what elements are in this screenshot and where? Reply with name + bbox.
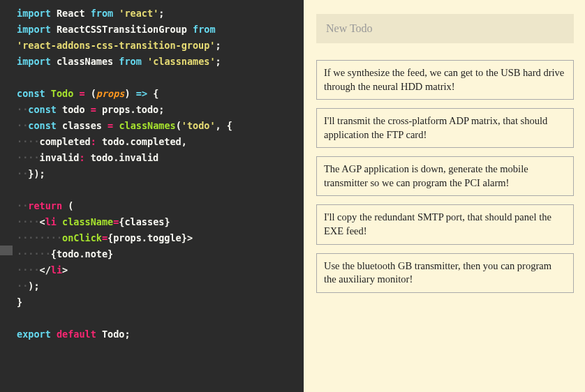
code-token: }); [28,168,45,179]
code-line[interactable]: ··}); [17,166,298,182]
code-token [102,120,108,131]
code-token: const [28,120,57,131]
code-token: } [17,296,22,308]
code-token: = [108,120,113,131]
code-token: ReactCSSTransitionGroup [57,24,187,35]
code-token: ; [158,8,164,19]
todo-preview-pane: If we synthesize the feed, we can get to… [304,0,585,392]
code-token [51,329,57,340]
code-token: completed [40,136,91,147]
code-token: 'react' [119,8,158,19]
code-token: 'react-addons-css-transition-group' [17,40,215,51]
code-line[interactable]: ··); [17,278,298,294]
code-token: ( [176,120,182,131]
code-token [57,216,62,227]
code-token: import [17,8,51,19]
code-line[interactable]: export default Todo; [17,326,298,342]
code-line[interactable]: ····</li> [17,262,298,278]
code-line[interactable]: ····invalid: todo.invalid [17,150,298,166]
code-token: : [91,136,96,147]
code-token: ( [62,200,73,211]
todo-item[interactable]: I'll copy the redundant SMTP port, that … [316,204,574,244]
code-token: = [91,104,96,115]
code-token: props.todo; [96,104,165,115]
code-token: default [57,329,96,340]
code-token: from [193,24,216,35]
code-line[interactable]: 'react-addons-css-transition-group'; [17,38,298,54]
code-token: ); [28,280,39,292]
code-token [57,120,62,131]
code-line[interactable]: import ReactCSSTransitionGroup from [17,22,298,38]
code-token: ······ [17,248,51,259]
todo-item[interactable]: The AGP application is down, generate th… [316,156,574,196]
code-token: props [96,88,125,99]
code-token: ·· [17,104,28,115]
todo-list: If we synthesize the feed, we can get to… [316,60,574,293]
todo-item[interactable]: Use the bluetooth GB transmitter, then y… [316,253,574,293]
new-todo-input[interactable] [316,14,574,43]
code-token: todo [62,104,85,115]
code-token: ·· [17,200,28,211]
gutter-highlight-mark [0,246,13,255]
code-token: </ [40,264,51,276]
code-token: Todo [51,88,74,99]
code-token: invalid [40,152,80,163]
todo-item[interactable]: I'll transmit the cross-platform ADP mat… [316,108,574,148]
code-line[interactable]: ··const todo = props.todo; [17,102,298,118]
code-token: ·· [17,280,28,292]
code-token: React [57,8,85,19]
code-token: import [17,56,51,67]
code-token: return [28,200,62,211]
code-token: ···· [17,136,40,147]
code-token [45,88,51,99]
code-token: Todo; [102,329,131,340]
code-line[interactable]: import React from 'react'; [17,6,298,22]
code-token: className [62,216,113,227]
code-token: ···· [17,152,40,163]
code-line[interactable]: import classNames from 'classnames'; [17,54,298,70]
code-token: 'classnames' [147,56,216,67]
code-token [51,56,57,67]
code-line[interactable] [17,310,298,326]
code-token: ·· [17,120,28,131]
code-token: ·· [17,168,28,179]
code-token: classNames [119,120,175,131]
code-token [142,56,147,67]
code-token: ···· [17,264,40,276]
code-line[interactable]: ········onClick={props.toggle}> [17,230,298,246]
code-token: , { [216,120,232,131]
code-token: < [40,216,45,227]
code-line[interactable]: ······{todo.note} [17,246,298,262]
code-line[interactable]: ····<li className={classes} [17,214,298,230]
code-token: ···· [17,216,40,227]
code-line[interactable] [17,182,298,198]
code-token: classNames [57,56,113,67]
code-line[interactable]: ··return ( [17,198,298,214]
code-line[interactable]: } [17,294,298,310]
code-token: > [62,264,68,276]
code-token [85,104,91,115]
code-token [96,329,102,340]
code-token: todo.invalid [85,152,159,163]
code-token [51,24,57,35]
code-token: => [136,88,147,99]
code-token: = [102,232,108,243]
code-token [57,104,62,115]
code-token: li [45,216,57,227]
code-token: {todo.note} [51,248,113,259]
code-token: li [51,264,62,276]
code-token: export [17,329,51,340]
code-line[interactable] [17,70,298,86]
code-content[interactable]: import React from 'react';import ReactCS… [0,6,304,342]
code-line[interactable]: const Todo = (props) => { [17,86,298,102]
code-token: > [187,232,193,243]
code-line[interactable]: ····completed: todo.completed, [17,134,298,150]
todo-item[interactable]: If we synthesize the feed, we can get to… [316,60,574,100]
code-token: ; [215,40,221,51]
code-token: {classes} [119,216,170,227]
code-line[interactable]: ··const classes = classNames('todo', { [17,118,298,134]
code-token: from [91,8,114,19]
code-token: ; [216,56,221,67]
code-token: todo.completed, [96,136,187,147]
code-editor-pane[interactable]: import React from 'react';import ReactCS… [0,0,304,392]
